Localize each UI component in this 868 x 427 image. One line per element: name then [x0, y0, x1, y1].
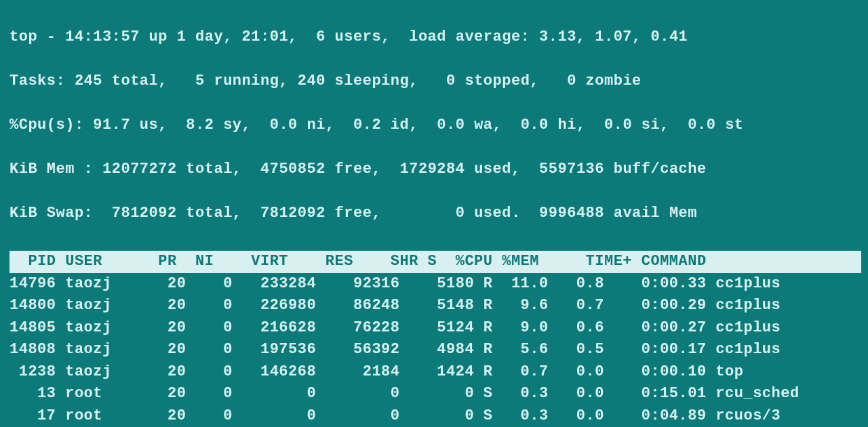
- summary-line-mem: KiB Mem : 12077272 total, 4750852 free, …: [9, 159, 861, 181]
- process-row[interactable]: 13 root 20 0 0 0 0 S 0.3 0.0 0:15.01 rcu…: [9, 383, 861, 405]
- process-row[interactable]: 14805 taozj 20 0 216628 76228 5124 R 9.0…: [9, 317, 861, 340]
- process-table-body: 14796 taozj 20 0 233284 92316 5180 R 11.…: [9, 273, 861, 427]
- process-table-header[interactable]: PID USER PR NI VIRT RES SHR S %CPU %MEM …: [9, 251, 861, 273]
- summary-line-cpu: %Cpu(s): 91.7 us, 8.2 sy, 0.0 ni, 0.2 id…: [9, 115, 861, 137]
- process-row[interactable]: 1238 taozj 20 0 146268 2184 1424 R 0.7 0…: [9, 361, 861, 384]
- process-row[interactable]: 14800 taozj 20 0 226980 86248 5148 R 9.6…: [9, 295, 861, 317]
- summary-line-1: top - 14:13:57 up 1 day, 21:01, 6 users,…: [9, 26, 861, 49]
- summary-line-tasks: Tasks: 245 total, 5 running, 240 sleepin…: [9, 70, 861, 93]
- process-row[interactable]: 14796 taozj 20 0 233284 92316 5180 R 11.…: [9, 273, 861, 296]
- process-row[interactable]: 14808 taozj 20 0 197536 56392 4984 R 5.6…: [9, 339, 861, 361]
- summary-line-swap: KiB Swap: 7812092 total, 7812092 free, 0…: [9, 203, 861, 225]
- process-row[interactable]: 17 root 20 0 0 0 0 S 0.3 0.0 0:04.89 rcu…: [9, 405, 861, 427]
- top-terminal: top - 14:13:57 up 1 day, 21:01, 6 users,…: [0, 0, 868, 427]
